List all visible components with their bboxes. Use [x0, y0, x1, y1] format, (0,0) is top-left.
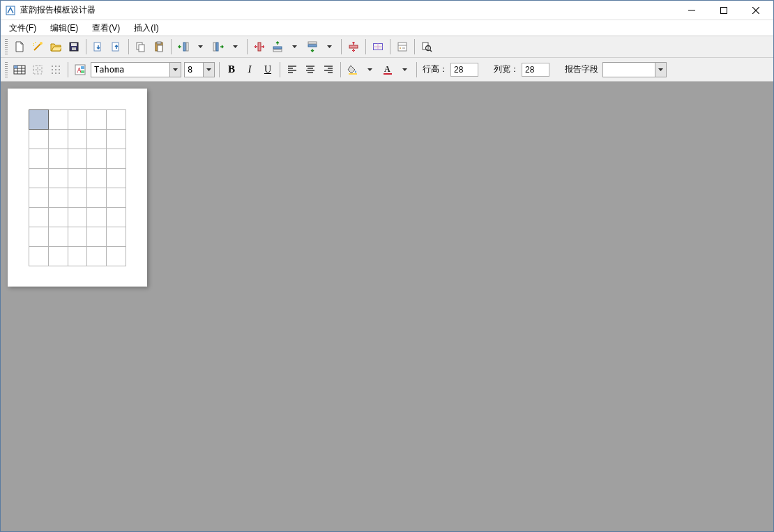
design-canvas[interactable] [1, 82, 773, 531]
save-button[interactable] [66, 38, 82, 55]
delete-row-button[interactable] [345, 38, 362, 55]
align-center-icon [305, 64, 316, 75]
insert-row-below-dropdown[interactable] [321, 38, 337, 55]
open-button[interactable] [47, 38, 64, 55]
grid-cell[interactable] [87, 110, 107, 130]
merge-cells-button[interactable] [370, 38, 386, 55]
grid-cell[interactable] [48, 130, 68, 149]
separator [340, 62, 341, 77]
grid-cell[interactable] [87, 149, 107, 169]
grid-cell[interactable] [48, 169, 68, 188]
grid-cell[interactable] [48, 110, 68, 130]
grid-cell[interactable] [29, 188, 49, 208]
grid-cell[interactable] [107, 110, 126, 130]
menu-file[interactable]: 文件(F) [5, 21, 40, 36]
menu-view[interactable]: 查看(V) [88, 21, 124, 36]
grid-cell[interactable] [87, 130, 107, 149]
grid-cell[interactable] [48, 149, 68, 169]
row-height-input[interactable]: 28 [450, 63, 478, 77]
underline-button[interactable]: U [259, 61, 276, 78]
grid-cell[interactable] [29, 149, 49, 169]
grid-cell[interactable] [87, 188, 107, 208]
fill-color-button[interactable] [344, 61, 361, 78]
grid-cell[interactable] [29, 130, 49, 149]
grid-cell[interactable] [68, 208, 87, 227]
grid-cell[interactable] [87, 169, 107, 188]
report-grid[interactable] [29, 109, 126, 266]
grid-cell[interactable] [48, 227, 68, 247]
font-color-button[interactable]: A [379, 61, 396, 78]
cell-format-button[interactable] [11, 61, 28, 78]
font-name-combo[interactable]: Tahoma [91, 62, 181, 77]
grid-cell[interactable] [48, 247, 68, 266]
svg-rect-19 [213, 43, 215, 51]
grid-cell[interactable] [29, 247, 49, 266]
fill-color-dropdown[interactable] [361, 61, 378, 78]
grid-cell[interactable] [68, 149, 87, 169]
bold-button[interactable]: B [223, 61, 240, 78]
grid-cell[interactable] [68, 169, 87, 188]
insert-col-left-dropdown[interactable] [192, 38, 208, 55]
insert-col-right-dropdown[interactable] [227, 38, 243, 55]
copy-button[interactable] [132, 38, 149, 55]
minimize-button[interactable] [676, 1, 708, 20]
grid-cell[interactable] [48, 208, 68, 227]
svg-point-32 [400, 47, 401, 49]
grid-cell[interactable] [68, 130, 87, 149]
italic-button[interactable]: I [241, 61, 258, 78]
report-page[interactable] [8, 89, 147, 287]
grid-cell[interactable] [29, 208, 49, 227]
borders-button[interactable] [29, 61, 46, 78]
align-right-button[interactable] [320, 61, 337, 78]
insert-row-above-button[interactable] [269, 38, 286, 55]
grid-cell[interactable] [107, 149, 126, 169]
menu-insert[interactable]: 插入(I) [130, 21, 162, 36]
grid-cell[interactable] [68, 227, 87, 247]
print-preview-button[interactable] [418, 38, 435, 55]
import-button[interactable] [90, 38, 107, 55]
maximize-button[interactable] [708, 1, 740, 20]
grid-cell[interactable] [107, 130, 126, 149]
wand-icon [32, 41, 43, 52]
report-field-combo[interactable] [602, 62, 667, 77]
close-button[interactable] [740, 1, 772, 20]
grid-cell[interactable] [29, 110, 49, 130]
insert-col-left-button[interactable] [175, 38, 192, 55]
font-color-dropdown[interactable] [396, 61, 413, 78]
grid-cell[interactable] [87, 208, 107, 227]
svg-rect-23 [273, 50, 282, 52]
align-center-button[interactable] [302, 61, 319, 78]
new-button[interactable] [11, 38, 28, 55]
grid-toggle-button[interactable] [47, 61, 64, 78]
svg-rect-30 [398, 43, 407, 51]
grid-cell[interactable] [48, 188, 68, 208]
grid-cell[interactable] [68, 110, 87, 130]
insert-row-above-dropdown[interactable] [286, 38, 303, 55]
font-picker-button[interactable]: A [72, 61, 89, 78]
menu-edit[interactable]: 编辑(E) [46, 21, 82, 36]
wizard-button[interactable] [29, 38, 46, 55]
grid-cell[interactable] [87, 227, 107, 247]
grid-cell[interactable] [68, 188, 87, 208]
paste-button[interactable] [151, 38, 167, 55]
grid-cell[interactable] [68, 247, 87, 266]
window-title: 蓝韵报告模板设计器 [20, 4, 676, 16]
align-left-button[interactable] [284, 61, 301, 78]
grid-cell[interactable] [107, 227, 126, 247]
grid-cell[interactable] [107, 188, 126, 208]
grid-cell[interactable] [29, 227, 49, 247]
delete-col-button[interactable] [251, 38, 268, 55]
grid-cell[interactable] [107, 247, 126, 266]
insert-row-below-button[interactable] [304, 38, 321, 55]
insert-col-right-button[interactable] [210, 38, 227, 55]
properties-button[interactable] [394, 38, 411, 55]
col-width-input[interactable]: 28 [522, 63, 549, 77]
export-button[interactable] [108, 38, 125, 55]
grid-cell[interactable] [107, 169, 126, 188]
svg-rect-58 [81, 70, 84, 73]
font-size-combo[interactable]: 8 [184, 62, 215, 77]
separator [219, 62, 220, 77]
grid-cell[interactable] [87, 247, 107, 266]
grid-cell[interactable] [107, 208, 126, 227]
grid-cell[interactable] [29, 169, 49, 188]
